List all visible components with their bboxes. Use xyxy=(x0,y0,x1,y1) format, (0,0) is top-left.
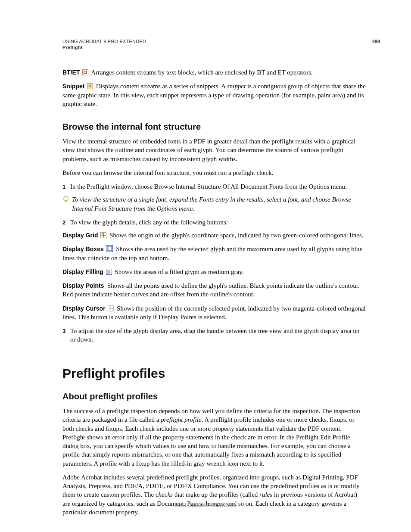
body-content: BT/ET Arranges content streams by text b… xyxy=(62,68,366,516)
running-header-line2: Preflight xyxy=(62,45,366,50)
display-filling-icon: FF xyxy=(106,268,112,274)
btet-icon xyxy=(82,69,88,75)
display-grid-label: Display Grid xyxy=(62,232,98,239)
btet-text: Arranges content streams by text blocks,… xyxy=(91,69,313,76)
step-3-num: 3 xyxy=(62,327,70,344)
display-grid-para: Display Grid F Shows the origin of the g… xyxy=(62,231,366,240)
profiles-p2-rules: rules xyxy=(259,491,272,498)
step-2-text: To view the glyph details, click any of … xyxy=(70,218,366,227)
snippet-icon xyxy=(87,83,93,89)
snippet-label: Snippet xyxy=(62,83,84,90)
footer-updated: Last updated 9/30/2011 xyxy=(0,501,411,508)
display-points-text: Shows all the points used to define the … xyxy=(62,282,360,298)
preflight-profiles-heading: Preflight profiles xyxy=(62,365,366,383)
btet-para: BT/ET Arranges content streams by text b… xyxy=(62,68,366,77)
step-2-num: 2 xyxy=(62,218,70,227)
step-3: 3 To adjust the size of the glyph displa… xyxy=(62,327,366,344)
snippet-lead: Displays content streams as a series of … xyxy=(96,83,227,90)
step-1: 1 In the Preflight window, choose Browse… xyxy=(62,182,366,191)
display-boxes-label: Display Boxes xyxy=(62,246,104,252)
btet-label: BT/ET xyxy=(62,69,80,76)
svg-point-4 xyxy=(89,85,91,87)
profiles-p1: The success of a preflight inspection de… xyxy=(62,407,366,468)
step-3-text: To adjust the size of the glyph display … xyxy=(70,327,366,344)
display-filling-label: Display Filling xyxy=(62,268,103,275)
browse-p1: View the internal structure of embedded … xyxy=(62,137,366,163)
snippet-para: Snippet Displays content streams as a se… xyxy=(62,82,366,108)
step-2: 2 To view the glyph details, click any o… xyxy=(62,218,366,227)
profiles-p2-checks: checks xyxy=(156,491,173,498)
display-boxes-para: Display Boxes F Shows the area used by t… xyxy=(62,245,366,262)
browse-p2: Before you can browse the internal font … xyxy=(62,168,366,177)
display-boxes-icon: F xyxy=(106,245,113,252)
running-header: USING ACROBAT 9 PRO EXTENDED Preflight xyxy=(62,39,366,50)
page: 489 USING ACROBAT 9 PRO EXTENDED Preflig… xyxy=(0,0,411,532)
svg-rect-2 xyxy=(84,72,86,73)
svg-text:F: F xyxy=(108,247,110,251)
profiles-p1-italic: preflight profile xyxy=(161,416,201,423)
profiles-p1-tail: . A preflight profile includes one or mo… xyxy=(62,416,355,467)
svg-text:F: F xyxy=(109,307,111,311)
display-filling-text: Shows the areas of a filled glyph as med… xyxy=(115,268,243,275)
svg-point-5 xyxy=(64,196,68,201)
lightbulb-icon xyxy=(62,195,72,213)
display-points-label: Display Points xyxy=(62,282,104,289)
about-preflight-heading: About preflight profiles xyxy=(62,391,366,402)
snippet-italic: snippet xyxy=(227,83,246,90)
display-cursor-icon: F xyxy=(108,305,114,311)
step-1-text: In the Preflight window, choose Browse I… xyxy=(70,182,366,191)
svg-text:F: F xyxy=(102,232,103,236)
browse-heading: Browse the internal font structure xyxy=(62,121,366,133)
display-grid-text: Shows the origin of the glyph's coordina… xyxy=(109,232,364,239)
tip: To view the structure of a single font, … xyxy=(62,195,366,213)
svg-text:F: F xyxy=(107,269,110,274)
step-1-num: 1 xyxy=(62,182,70,191)
display-cursor-para: Display Cursor F Shows the position of t… xyxy=(62,304,366,322)
running-header-line1: USING ACROBAT 9 PRO EXTENDED xyxy=(62,39,366,44)
display-cursor-label: Display Cursor xyxy=(62,305,106,312)
display-filling-para: Display Filling FF Shows the areas of a … xyxy=(62,268,366,276)
tip-text: To view the structure of a single font, … xyxy=(72,195,366,213)
display-grid-icon: F xyxy=(100,232,106,238)
profiles-p2: Adobe Acrobat includes several predefine… xyxy=(62,473,366,516)
page-number: 489 xyxy=(372,39,380,44)
display-points-para: Display Points Shows all the points used… xyxy=(62,281,366,299)
profiles-p2-b: that make up the profiles (called xyxy=(173,491,259,498)
